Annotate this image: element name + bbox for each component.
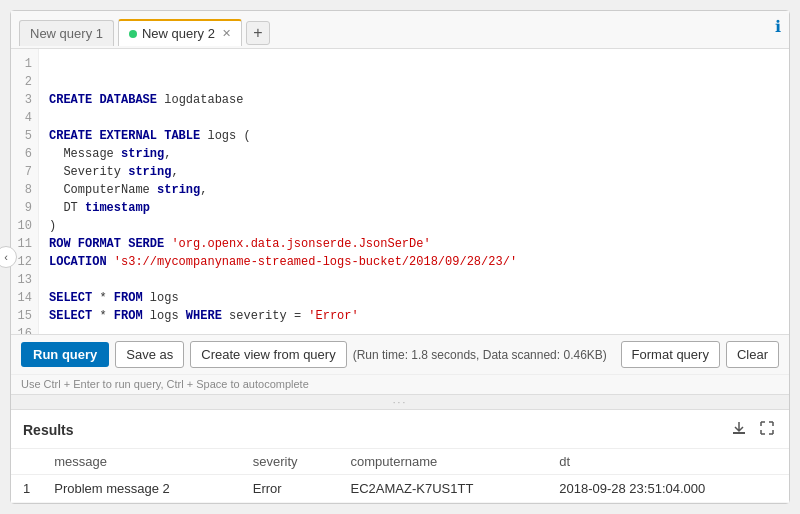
main-container: ℹ ‹ New query 1 New query 2 ✕ + 12345 67… bbox=[10, 10, 790, 504]
row-number: 1 bbox=[11, 475, 42, 503]
col-header-rownum bbox=[11, 449, 42, 475]
col-header-message: message bbox=[42, 449, 241, 475]
tabs-bar: New query 1 New query 2 ✕ + bbox=[11, 11, 789, 49]
results-title: Results bbox=[23, 422, 74, 438]
download-icon bbox=[731, 420, 747, 436]
cell-severity: Error bbox=[241, 475, 339, 503]
tab-label: New query 2 bbox=[142, 26, 215, 41]
editor-container: 12345 678910 1112131415 16 CREATE DATABA… bbox=[11, 49, 789, 334]
tab-status-dot bbox=[129, 30, 137, 38]
cell-message: Problem message 2 bbox=[42, 475, 241, 503]
results-table: message severity computername dt 1 Probl… bbox=[11, 449, 789, 503]
code-editor[interactable]: CREATE DATABASE logdatabase CREATE EXTER… bbox=[39, 49, 789, 334]
line-numbers: 12345 678910 1112131415 16 bbox=[11, 49, 39, 334]
info-icon[interactable]: ℹ bbox=[775, 17, 781, 36]
download-results-button[interactable] bbox=[729, 418, 749, 442]
col-header-computername: computername bbox=[339, 449, 548, 475]
add-tab-button[interactable]: + bbox=[246, 21, 270, 45]
results-header: Results bbox=[11, 410, 789, 449]
format-query-button[interactable]: Format query bbox=[621, 341, 720, 368]
tab-close-button[interactable]: ✕ bbox=[222, 27, 231, 40]
panel-divider[interactable]: ··· bbox=[11, 394, 789, 410]
cell-dt: 2018-09-28 23:51:04.000 bbox=[547, 475, 789, 503]
tab-new-query-2[interactable]: New query 2 ✕ bbox=[118, 19, 242, 46]
col-header-severity: severity bbox=[241, 449, 339, 475]
save-as-button[interactable]: Save as bbox=[115, 341, 184, 368]
table-row: 1 Problem message 2 Error EC2AMAZ-K7US1T… bbox=[11, 475, 789, 503]
cell-computername: EC2AMAZ-K7US1TT bbox=[339, 475, 548, 503]
run-info: (Run time: 1.8 seconds, Data scanned: 0.… bbox=[353, 348, 615, 362]
run-query-button[interactable]: Run query bbox=[21, 342, 109, 367]
expand-icon bbox=[759, 420, 775, 436]
create-view-button[interactable]: Create view from query bbox=[190, 341, 346, 368]
results-panel: Results bbox=[11, 410, 789, 503]
col-header-dt: dt bbox=[547, 449, 789, 475]
toolbar: Run query Save as Create view from query… bbox=[11, 334, 789, 374]
expand-results-button[interactable] bbox=[757, 418, 777, 442]
clear-button[interactable]: Clear bbox=[726, 341, 779, 368]
results-actions bbox=[729, 418, 777, 442]
tab-label: New query 1 bbox=[30, 26, 103, 41]
svg-rect-0 bbox=[733, 432, 745, 434]
shortcut-hint: Use Ctrl + Enter to run query, Ctrl + Sp… bbox=[11, 374, 789, 394]
tab-new-query-1[interactable]: New query 1 bbox=[19, 20, 114, 46]
